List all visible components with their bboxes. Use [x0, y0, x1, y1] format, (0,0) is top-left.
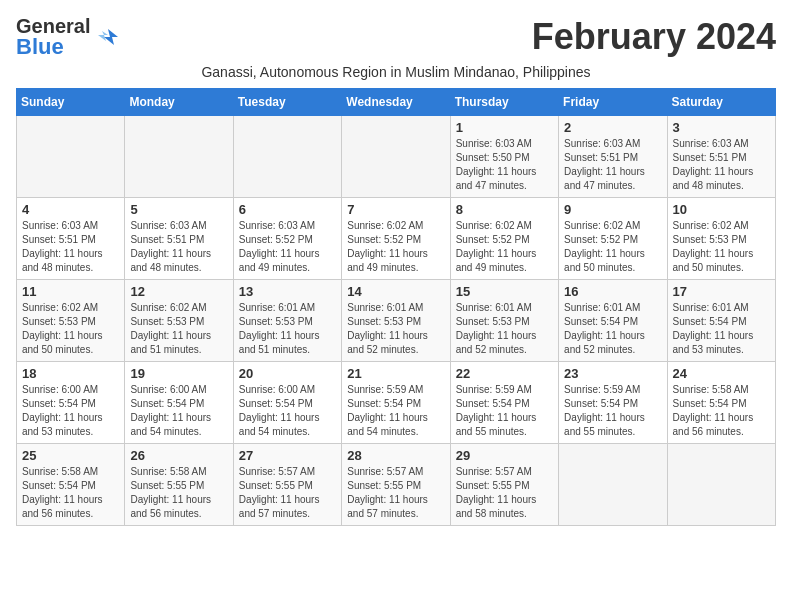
calendar-cell: [559, 444, 667, 526]
calendar-cell: 21Sunrise: 5:59 AMSunset: 5:54 PMDayligh…: [342, 362, 450, 444]
day-number: 13: [239, 284, 336, 299]
day-info: Sunrise: 6:03 AMSunset: 5:51 PMDaylight:…: [673, 137, 770, 193]
day-number: 16: [564, 284, 661, 299]
day-info: Sunrise: 6:02 AMSunset: 5:53 PMDaylight:…: [673, 219, 770, 275]
day-info: Sunrise: 6:01 AMSunset: 5:54 PMDaylight:…: [673, 301, 770, 357]
day-info: Sunrise: 5:57 AMSunset: 5:55 PMDaylight:…: [239, 465, 336, 521]
calendar-cell: 3Sunrise: 6:03 AMSunset: 5:51 PMDaylight…: [667, 116, 775, 198]
day-info: Sunrise: 5:58 AMSunset: 5:54 PMDaylight:…: [22, 465, 119, 521]
day-info: Sunrise: 6:03 AMSunset: 5:51 PMDaylight:…: [130, 219, 227, 275]
calendar-cell: 7Sunrise: 6:02 AMSunset: 5:52 PMDaylight…: [342, 198, 450, 280]
day-info: Sunrise: 6:03 AMSunset: 5:52 PMDaylight:…: [239, 219, 336, 275]
calendar-cell: 19Sunrise: 6:00 AMSunset: 5:54 PMDayligh…: [125, 362, 233, 444]
day-info: Sunrise: 6:02 AMSunset: 5:52 PMDaylight:…: [564, 219, 661, 275]
subtitle: Ganassi, Autonomous Region in Muslim Min…: [16, 64, 776, 80]
calendar-cell: 25Sunrise: 5:58 AMSunset: 5:54 PMDayligh…: [17, 444, 125, 526]
day-info: Sunrise: 6:00 AMSunset: 5:54 PMDaylight:…: [130, 383, 227, 439]
calendar-cell: 15Sunrise: 6:01 AMSunset: 5:53 PMDayligh…: [450, 280, 558, 362]
calendar-cell: [233, 116, 341, 198]
day-info: Sunrise: 6:03 AMSunset: 5:51 PMDaylight:…: [22, 219, 119, 275]
day-number: 14: [347, 284, 444, 299]
day-info: Sunrise: 6:02 AMSunset: 5:52 PMDaylight:…: [456, 219, 553, 275]
calendar-cell: [125, 116, 233, 198]
day-number: 28: [347, 448, 444, 463]
calendar-cell: 20Sunrise: 6:00 AMSunset: 5:54 PMDayligh…: [233, 362, 341, 444]
weekday-header-monday: Monday: [125, 89, 233, 116]
day-number: 9: [564, 202, 661, 217]
calendar-cell: 1Sunrise: 6:03 AMSunset: 5:50 PMDaylight…: [450, 116, 558, 198]
day-info: Sunrise: 6:03 AMSunset: 5:50 PMDaylight:…: [456, 137, 553, 193]
month-title: February 2024: [532, 16, 776, 58]
weekday-header-wednesday: Wednesday: [342, 89, 450, 116]
day-info: Sunrise: 6:01 AMSunset: 5:53 PMDaylight:…: [347, 301, 444, 357]
logo-blue: Blue: [16, 34, 64, 59]
day-info: Sunrise: 5:57 AMSunset: 5:55 PMDaylight:…: [347, 465, 444, 521]
day-number: 17: [673, 284, 770, 299]
day-info: Sunrise: 6:02 AMSunset: 5:53 PMDaylight:…: [22, 301, 119, 357]
calendar-cell: [667, 444, 775, 526]
svg-marker-0: [104, 29, 118, 45]
calendar-cell: 11Sunrise: 6:02 AMSunset: 5:53 PMDayligh…: [17, 280, 125, 362]
calendar-cell: 9Sunrise: 6:02 AMSunset: 5:52 PMDaylight…: [559, 198, 667, 280]
day-number: 11: [22, 284, 119, 299]
day-number: 21: [347, 366, 444, 381]
svg-marker-1: [98, 31, 108, 41]
day-number: 5: [130, 202, 227, 217]
calendar-cell: 5Sunrise: 6:03 AMSunset: 5:51 PMDaylight…: [125, 198, 233, 280]
day-number: 27: [239, 448, 336, 463]
day-number: 29: [456, 448, 553, 463]
weekday-header-friday: Friday: [559, 89, 667, 116]
day-number: 22: [456, 366, 553, 381]
day-info: Sunrise: 5:58 AMSunset: 5:55 PMDaylight:…: [130, 465, 227, 521]
day-info: Sunrise: 6:02 AMSunset: 5:53 PMDaylight:…: [130, 301, 227, 357]
calendar-cell: 4Sunrise: 6:03 AMSunset: 5:51 PMDaylight…: [17, 198, 125, 280]
day-info: Sunrise: 6:00 AMSunset: 5:54 PMDaylight:…: [239, 383, 336, 439]
weekday-header-sunday: Sunday: [17, 89, 125, 116]
day-number: 6: [239, 202, 336, 217]
calendar-cell: 26Sunrise: 5:58 AMSunset: 5:55 PMDayligh…: [125, 444, 233, 526]
logo-bird-icon: [94, 23, 122, 51]
day-number: 25: [22, 448, 119, 463]
day-info: Sunrise: 6:02 AMSunset: 5:52 PMDaylight:…: [347, 219, 444, 275]
calendar-cell: 6Sunrise: 6:03 AMSunset: 5:52 PMDaylight…: [233, 198, 341, 280]
day-number: 4: [22, 202, 119, 217]
header: General Blue February 2024: [16, 16, 776, 58]
day-info: Sunrise: 5:59 AMSunset: 5:54 PMDaylight:…: [564, 383, 661, 439]
day-number: 12: [130, 284, 227, 299]
day-number: 19: [130, 366, 227, 381]
calendar-table: SundayMondayTuesdayWednesdayThursdayFrid…: [16, 88, 776, 526]
calendar-cell: 17Sunrise: 6:01 AMSunset: 5:54 PMDayligh…: [667, 280, 775, 362]
day-number: 15: [456, 284, 553, 299]
day-number: 7: [347, 202, 444, 217]
calendar-cell: 28Sunrise: 5:57 AMSunset: 5:55 PMDayligh…: [342, 444, 450, 526]
day-info: Sunrise: 6:01 AMSunset: 5:53 PMDaylight:…: [239, 301, 336, 357]
calendar-cell: [342, 116, 450, 198]
calendar-cell: 18Sunrise: 6:00 AMSunset: 5:54 PMDayligh…: [17, 362, 125, 444]
weekday-header-tuesday: Tuesday: [233, 89, 341, 116]
day-info: Sunrise: 6:00 AMSunset: 5:54 PMDaylight:…: [22, 383, 119, 439]
calendar-cell: 10Sunrise: 6:02 AMSunset: 5:53 PMDayligh…: [667, 198, 775, 280]
calendar-cell: 23Sunrise: 5:59 AMSunset: 5:54 PMDayligh…: [559, 362, 667, 444]
logo: General Blue: [16, 16, 122, 58]
day-info: Sunrise: 5:59 AMSunset: 5:54 PMDaylight:…: [456, 383, 553, 439]
day-number: 1: [456, 120, 553, 135]
day-number: 23: [564, 366, 661, 381]
day-info: Sunrise: 5:59 AMSunset: 5:54 PMDaylight:…: [347, 383, 444, 439]
calendar-cell: 22Sunrise: 5:59 AMSunset: 5:54 PMDayligh…: [450, 362, 558, 444]
weekday-header-saturday: Saturday: [667, 89, 775, 116]
day-info: Sunrise: 5:57 AMSunset: 5:55 PMDaylight:…: [456, 465, 553, 521]
calendar-cell: 13Sunrise: 6:01 AMSunset: 5:53 PMDayligh…: [233, 280, 341, 362]
calendar-cell: [17, 116, 125, 198]
day-number: 24: [673, 366, 770, 381]
day-info: Sunrise: 6:01 AMSunset: 5:53 PMDaylight:…: [456, 301, 553, 357]
calendar-cell: 12Sunrise: 6:02 AMSunset: 5:53 PMDayligh…: [125, 280, 233, 362]
weekday-header-thursday: Thursday: [450, 89, 558, 116]
day-info: Sunrise: 5:58 AMSunset: 5:54 PMDaylight:…: [673, 383, 770, 439]
calendar-cell: 27Sunrise: 5:57 AMSunset: 5:55 PMDayligh…: [233, 444, 341, 526]
day-number: 10: [673, 202, 770, 217]
day-number: 8: [456, 202, 553, 217]
day-number: 20: [239, 366, 336, 381]
calendar-cell: 16Sunrise: 6:01 AMSunset: 5:54 PMDayligh…: [559, 280, 667, 362]
calendar-cell: 29Sunrise: 5:57 AMSunset: 5:55 PMDayligh…: [450, 444, 558, 526]
day-number: 26: [130, 448, 227, 463]
